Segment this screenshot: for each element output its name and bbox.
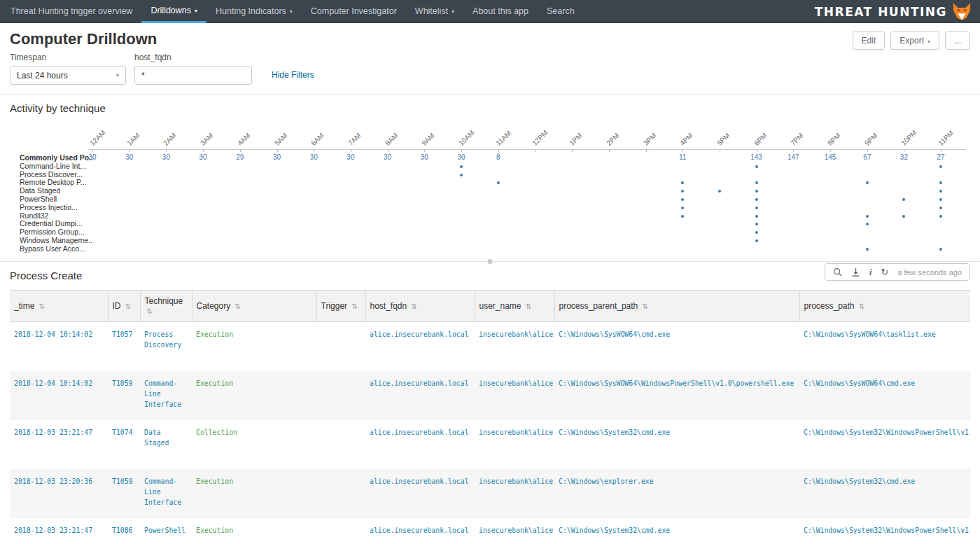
chart-dot[interactable] — [939, 165, 942, 168]
cell-host-fqdn[interactable]: alice.insecurebank.local — [365, 371, 475, 420]
cell-category[interactable]: Execution — [192, 322, 316, 371]
chart-row-label-powershell[interactable]: PowerShell — [20, 195, 92, 203]
nav-item-about-this-app[interactable]: About this app — [463, 0, 538, 23]
download-icon[interactable] — [851, 267, 860, 277]
cell-host-fqdn[interactable]: alice.insecurebank.local — [365, 518, 475, 544]
cell-category[interactable]: Execution — [192, 371, 316, 420]
chart-dot[interactable] — [681, 190, 684, 193]
cell-process-path[interactable]: C:\Windows\SysWOW64\cmd.exe — [799, 371, 970, 420]
cell-technique[interactable]: Process Discovery — [140, 322, 192, 371]
export-button[interactable]: Export▾ — [890, 32, 939, 50]
chart-value-label[interactable]: 30 — [410, 153, 438, 161]
cell-host-fqdn[interactable]: alice.insecurebank.local — [365, 420, 475, 469]
chart-value-label[interactable]: 30 — [189, 153, 217, 161]
chart-dot[interactable] — [939, 207, 942, 209]
chart-dot[interactable] — [460, 174, 463, 176]
cell-process-path[interactable]: C:\Windows\System32\WindowsPowerShell\v1… — [799, 518, 970, 544]
chart-dot[interactable] — [497, 181, 500, 184]
cell-user-name[interactable]: insecurebank\alice — [475, 322, 554, 371]
chart-dot[interactable] — [866, 248, 869, 251]
chart-row-label-windows-manageme[interactable]: Windows Manageme... — [20, 236, 92, 244]
chart-row-label-data-staged[interactable]: Data Staged — [20, 186, 92, 195]
cell-category[interactable]: Execution — [192, 518, 316, 544]
cell-technique[interactable]: Command-Line Interface — [140, 469, 192, 518]
cell-process-parent-path[interactable]: C:\Windows\explorer.exe — [554, 469, 799, 518]
chart-value-label[interactable]: 67 — [853, 153, 881, 161]
cell-category[interactable]: Collection — [192, 420, 316, 469]
chart-row-label-process-discover[interactable]: Process Discover... — [20, 170, 92, 179]
edit-button[interactable]: Edit — [853, 32, 886, 50]
col-header-technique[interactable]: Technique ⇅ — [140, 291, 192, 322]
chart-dot[interactable] — [939, 215, 942, 218]
nav-item-drilldowns[interactable]: Drilldowns▾ — [141, 0, 206, 23]
chart-dot[interactable] — [866, 181, 869, 184]
cell-user-name[interactable]: insecurebank\alice — [475, 469, 554, 518]
cell-time[interactable]: 2018-12-03 23:21:47 — [10, 420, 108, 469]
cell-time[interactable]: 2018-12-04 10:14:02 — [10, 371, 108, 420]
chart-dot[interactable] — [939, 198, 942, 201]
cell-process-parent-path[interactable]: C:\Windows\System32\cmd.exe — [554, 420, 799, 469]
timespan-select[interactable]: Last 24 hours ▾ — [10, 66, 126, 85]
chart-dot[interactable] — [681, 198, 684, 201]
cell-process-path[interactable]: C:\Windows\System32\WindowsPowerShell\v1… — [799, 420, 970, 469]
chart-dot[interactable] — [718, 190, 721, 193]
cell-time[interactable]: 2018-12-03 23:20:36 — [10, 469, 108, 518]
nav-item-search[interactable]: Search — [538, 0, 584, 23]
cell-category[interactable]: Execution — [192, 469, 316, 518]
chart-value-label[interactable]: 30 — [300, 153, 328, 161]
chart-row-label-remote-desktop-p[interactable]: Remote Desktop P... — [20, 178, 92, 186]
chart-dot[interactable] — [755, 231, 758, 234]
chart-value-label[interactable]: 30 — [78, 153, 106, 161]
info-icon[interactable]: i — [869, 267, 872, 277]
cell-time[interactable]: 2018-12-04 10:14:02 — [10, 322, 108, 371]
cell-id[interactable]: T1057 — [108, 322, 140, 371]
chart-value-label[interactable]: 32 — [890, 153, 918, 161]
cell-id[interactable]: T1059 — [108, 469, 140, 518]
cell-time[interactable]: 2018-12-03 23:21:47 — [10, 518, 108, 544]
cell-id[interactable]: T1086 — [108, 518, 140, 544]
chart-dot[interactable] — [755, 223, 758, 225]
chart-dot[interactable] — [681, 181, 684, 184]
chart-value-label[interactable]: 8 — [484, 153, 512, 161]
chart-dot[interactable] — [460, 165, 463, 168]
chart-dot[interactable] — [939, 248, 942, 251]
chart-dot[interactable] — [939, 181, 942, 184]
chart-dot[interactable] — [755, 207, 758, 209]
cell-user-name[interactable]: insecurebank\alice — [475, 518, 554, 544]
cell-process-path[interactable]: C:\Windows\SysWOW64\tasklist.exe — [799, 322, 970, 371]
chart-value-label[interactable]: 30 — [115, 153, 144, 161]
nav-item-whitelist[interactable]: Whitelist▾ — [406, 0, 463, 23]
chart-value-label[interactable]: 30 — [447, 153, 475, 161]
chart-row-label-permission-group[interactable]: Permission Group... — [20, 228, 92, 236]
chart-value-label[interactable]: 30 — [337, 153, 365, 161]
chart-value-label[interactable]: 11 — [668, 153, 696, 161]
cell-process-path[interactable]: C:\Windows\System32\cmd.exe — [799, 469, 970, 518]
chart-value-label[interactable]: 143 — [743, 153, 771, 161]
chart-dot[interactable] — [755, 165, 758, 168]
chart-value-label[interactable]: 30 — [374, 153, 402, 161]
chart-row-label-bypass-user-acco[interactable]: Bypass User Acco... — [20, 244, 92, 253]
chart-value-label[interactable]: 30 — [152, 153, 180, 161]
col-header-time[interactable]: _time ⇅ — [10, 291, 108, 322]
panel-resize-handle[interactable] — [488, 259, 493, 264]
cell-process-parent-path[interactable]: C:\Windows\System32\cmd.exe — [554, 518, 799, 544]
chart-row-label-command-line-int[interactable]: Command-Line Int... — [20, 162, 92, 170]
cell-user-name[interactable]: insecurebank\alice — [475, 371, 554, 420]
chart-value-label[interactable]: 145 — [816, 153, 844, 161]
cell-id[interactable]: T1059 — [108, 371, 140, 420]
chart-dot[interactable] — [755, 190, 758, 193]
col-header-host-fqdn[interactable]: host_fqdn ⇅ — [365, 291, 475, 322]
chart-dot[interactable] — [902, 215, 905, 218]
search-icon[interactable] — [833, 267, 842, 277]
col-header-trigger[interactable]: Trigger ⇅ — [316, 291, 365, 322]
nav-item-hunting-indicators[interactable]: Hunting Indicators▾ — [206, 0, 302, 23]
cell-host-fqdn[interactable]: alice.insecurebank.local — [365, 322, 475, 371]
chart-dot[interactable] — [681, 215, 684, 218]
cell-technique[interactable]: Data Staged — [140, 420, 192, 469]
cell-technique[interactable]: Command-Line Interface — [140, 371, 192, 420]
chart-dot[interactable] — [755, 198, 758, 201]
chart-value-label[interactable]: 29 — [226, 153, 254, 161]
chart-dot[interactable] — [939, 190, 942, 193]
cell-id[interactable]: T1074 — [108, 420, 140, 469]
col-header-user-name[interactable]: user_name ⇅ — [475, 291, 554, 322]
